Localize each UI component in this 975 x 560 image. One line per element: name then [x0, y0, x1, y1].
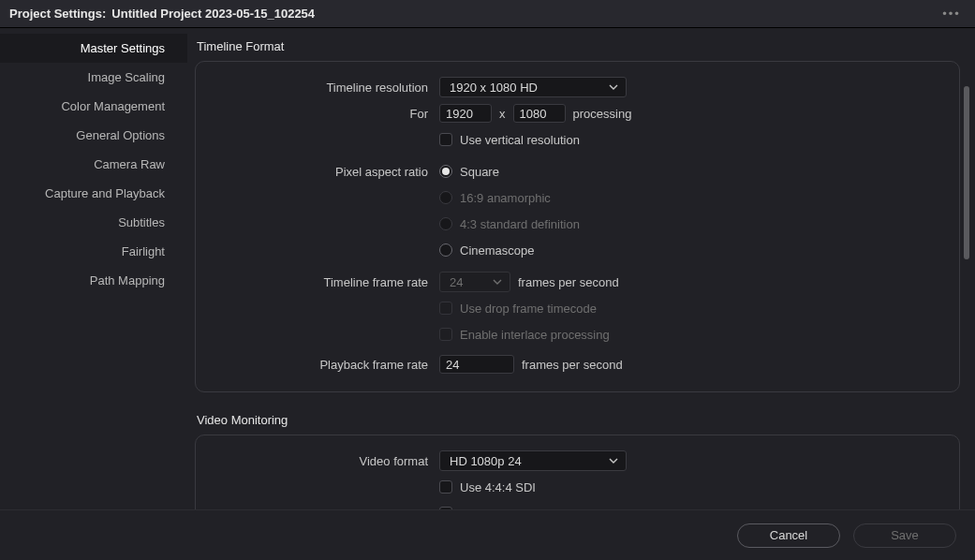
processing-suffix: processing — [573, 107, 632, 121]
sidebar-item-color-management[interactable]: Color Management — [0, 92, 187, 121]
cancel-button[interactable]: Cancel — [737, 523, 840, 548]
interlace-label: Enable interlace processing — [460, 328, 610, 342]
scrollbar-thumb[interactable] — [964, 86, 969, 259]
pixel-aspect-ratio-label: Pixel aspect ratio — [214, 165, 439, 179]
sidebar-item-general-options[interactable]: General Options — [0, 121, 187, 150]
playback-frame-rate-input[interactable] — [439, 355, 514, 374]
use-444-sdi-checkbox[interactable] — [439, 480, 452, 494]
timeline-frame-rate-select: 24 — [439, 272, 510, 292]
title-label: Project Settings: — [9, 7, 106, 21]
sidebar-item-camera-raw[interactable]: Camera Raw — [0, 150, 187, 179]
par-43-label: 4:3 standard definition — [460, 217, 580, 231]
save-button[interactable]: Save — [853, 523, 956, 548]
interlace-checkbox — [439, 328, 452, 341]
par-169-radio — [439, 191, 452, 204]
drop-frame-label: Use drop frame timecode — [460, 302, 597, 316]
video-format-select[interactable]: HD 1080p 24 — [439, 450, 627, 471]
settings-sidebar: Master Settings Image Scaling Color Mana… — [0, 28, 187, 509]
video-monitoring-panel: Video format HD 1080p 24 Use 4:4:4 SDI — [195, 435, 960, 509]
timeline-width-input[interactable] — [439, 104, 492, 123]
timeline-resolution-label: Timeline resolution — [214, 81, 439, 95]
use-444-sdi-label: Use 4:4:4 SDI — [460, 480, 536, 494]
x-separator: x — [499, 107, 506, 121]
for-label: For — [214, 107, 439, 121]
sidebar-item-subtitles[interactable]: Subtitles — [0, 208, 187, 237]
chevron-down-icon — [609, 82, 618, 92]
sidebar-item-image-scaling[interactable]: Image Scaling — [0, 63, 187, 92]
video-format-label: Video format — [214, 454, 439, 468]
timeline-height-input[interactable] — [513, 104, 566, 123]
timeline-frame-rate-label: Timeline frame rate — [214, 275, 439, 289]
more-menu-icon[interactable]: ••• — [938, 7, 966, 21]
chevron-down-icon — [493, 277, 502, 287]
sidebar-item-capture-playback[interactable]: Capture and Playback — [0, 179, 187, 208]
level-a-label: Use Level A for 3Gb SDI — [460, 507, 592, 510]
playback-fps-suffix: frames per second — [522, 358, 623, 372]
par-cinemascope-label: Cinemascope — [460, 243, 535, 258]
sidebar-item-fairlight[interactable]: Fairlight — [0, 237, 187, 266]
level-a-checkbox[interactable] — [439, 507, 452, 509]
par-169-label: 16:9 anamorphic — [460, 191, 551, 205]
timeline-format-panel: Timeline resolution 1920 x 1080 HD For x — [195, 61, 960, 392]
dialog-footer: Cancel Save — [0, 509, 975, 560]
title-project-name: Untitled Project 2023-05-15_102254 — [111, 7, 315, 21]
sidebar-item-master-settings[interactable]: Master Settings — [0, 34, 187, 63]
settings-main: Timeline Format Timeline resolution 1920… — [187, 28, 975, 509]
sidebar-item-path-mapping[interactable]: Path Mapping — [0, 266, 187, 295]
drop-frame-checkbox — [439, 302, 452, 315]
section-title-video-monitoring: Video Monitoring — [195, 413, 960, 427]
timeline-resolution-select[interactable]: 1920 x 1080 HD — [439, 77, 627, 97]
scrollbar-track[interactable] — [964, 56, 973, 502]
par-43-radio — [439, 217, 452, 230]
par-square-radio[interactable] — [439, 165, 452, 178]
use-vertical-resolution-label: Use vertical resolution — [460, 133, 580, 147]
par-cinemascope-radio[interactable] — [439, 243, 452, 257]
playback-frame-rate-label: Playback frame rate — [214, 358, 439, 372]
section-title-timeline-format: Timeline Format — [195, 39, 960, 53]
use-vertical-resolution-checkbox[interactable] — [439, 133, 452, 146]
par-square-label: Square — [460, 165, 499, 179]
timeline-fps-suffix: frames per second — [518, 275, 619, 289]
titlebar: Project Settings: Untitled Project 2023-… — [0, 0, 975, 28]
chevron-down-icon — [609, 456, 618, 465]
